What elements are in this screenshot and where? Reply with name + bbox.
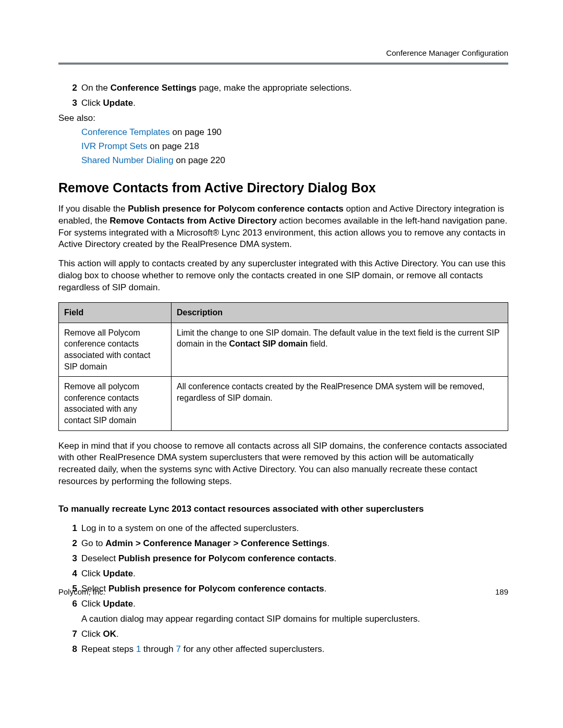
procedure-step: 6 Click Update. A caution dialog may app…: [81, 598, 508, 625]
bold-text: Publish presence for Polycom conference …: [118, 553, 334, 563]
intro-step-list: 2 On the Conference Settings page, make …: [58, 82, 508, 109]
table-row: Remove all polycom conference contacts a…: [59, 377, 508, 430]
cell-description: Limit the change to one SIP domain. The …: [172, 323, 508, 376]
step-number: 2: [65, 82, 77, 94]
cell-field: Remove all Polycom conference contacts a…: [59, 323, 172, 376]
procedure-step: 1 Log in to a system on one of the affec…: [81, 523, 508, 535]
page-body: Conference Manager Configuration 2 On th…: [0, 0, 563, 656]
see-also-link[interactable]: IVR Prompt Sets: [81, 141, 148, 151]
step-number: 8: [65, 644, 77, 656]
bold-text: Conference Settings: [111, 83, 197, 93]
bold-text: OK: [103, 629, 117, 639]
cell-description: All conference contacts created by the R…: [172, 377, 508, 430]
running-head: Conference Manager Configuration: [58, 48, 508, 58]
text: Click: [81, 599, 103, 609]
header-rule: [58, 63, 508, 65]
bold-text: Publish presence for Polycom conference …: [128, 204, 344, 214]
text: Repeat steps: [81, 644, 136, 654]
see-also-label: See also:: [58, 113, 508, 125]
procedure-step: 8 Repeat steps 1 through 7 for any other…: [81, 644, 508, 656]
step-number: 3: [65, 97, 77, 109]
bold-text: Update: [103, 569, 133, 578]
intro-step-3: 3 Click Update.: [81, 97, 508, 109]
text: .: [133, 98, 136, 108]
step-number: 2: [65, 538, 77, 550]
see-also-item: Conference Templates on page 190: [81, 127, 508, 139]
table-row: Remove all Polycom conference contacts a…: [59, 323, 508, 376]
text: Go to: [81, 538, 105, 548]
intro-step-2: 2 On the Conference Settings page, make …: [81, 82, 508, 94]
text: Deselect: [81, 553, 118, 563]
footer-company: Polycom, Inc.: [58, 587, 105, 597]
footer-page-number: 189: [495, 587, 508, 597]
see-also-item: Shared Number Dialing on page 220: [81, 155, 508, 167]
see-also-link[interactable]: Shared Number Dialing: [81, 155, 174, 165]
text: Click: [81, 569, 103, 578]
col-header-field: Field: [59, 303, 172, 323]
text: through: [141, 644, 176, 654]
bold-text: Remove Contacts from Active Directory: [109, 216, 277, 226]
step-substep: A caution dialog may appear regarding co…: [81, 613, 508, 625]
procedure-step: 4 Click Update.: [81, 568, 508, 580]
see-also-suffix: on page 190: [170, 127, 222, 137]
text: All conference contacts created by the R…: [177, 382, 485, 402]
bold-text: Contact SIP domain: [229, 339, 308, 348]
text: Limit the change to one SIP domain. The …: [177, 328, 499, 349]
text: field.: [308, 339, 327, 348]
bold-text: Admin > Conference Manager > Conference …: [105, 538, 327, 548]
see-also-suffix: on page 218: [148, 141, 199, 151]
step-cross-ref[interactable]: 7: [176, 644, 180, 654]
text: Click: [81, 98, 103, 108]
page-footer: Polycom, Inc. 189: [58, 587, 508, 597]
bold-text: Update: [103, 599, 133, 609]
paragraph: Keep in mind that if you choose to remov…: [58, 440, 508, 488]
text: .: [116, 629, 119, 639]
step-number: 1: [65, 523, 77, 535]
see-also-item: IVR Prompt Sets on page 218: [81, 141, 508, 153]
text: .: [334, 553, 337, 563]
step-number: 6: [65, 598, 77, 610]
step-number: 4: [65, 568, 77, 580]
text: .: [133, 599, 136, 609]
procedure-step: 7 Click OK.: [81, 628, 508, 640]
see-also-link[interactable]: Conference Templates: [81, 127, 170, 137]
text: If you disable the: [58, 204, 128, 214]
step-text: Log in to a system on one of the affecte…: [81, 523, 508, 535]
col-header-description: Description: [172, 303, 508, 323]
text: .: [327, 538, 329, 548]
procedure-step: 2 Go to Admin > Conference Manager > Con…: [81, 538, 508, 550]
text: for any other affected superclusters.: [181, 644, 325, 654]
paragraph: If you disable the Publish presence for …: [58, 203, 508, 251]
step-number: 7: [65, 628, 77, 640]
see-also-list: Conference Templates on page 190 IVR Pro…: [81, 127, 508, 167]
table-header-row: Field Description: [59, 303, 508, 323]
text: Click: [81, 629, 103, 639]
text: page, make the appropriate selections.: [197, 83, 352, 93]
step-cross-ref[interactable]: 1: [136, 644, 141, 654]
fields-table: Field Description Remove all Polycom con…: [58, 302, 508, 430]
see-also-suffix: on page 220: [174, 155, 225, 165]
bold-text: Update: [103, 98, 133, 108]
procedure-step: 3 Deselect Publish presence for Polycom …: [81, 553, 508, 565]
cell-field: Remove all polycom conference contacts a…: [59, 377, 172, 430]
procedure-heading: To manually recreate Lync 2013 contact r…: [58, 503, 508, 515]
text: .: [133, 569, 136, 578]
step-number: 3: [65, 553, 77, 565]
section-heading: Remove Contacts from Active Directory Di…: [58, 179, 508, 197]
paragraph: This action will apply to contacts creat…: [58, 258, 508, 294]
text: On the: [81, 83, 111, 93]
